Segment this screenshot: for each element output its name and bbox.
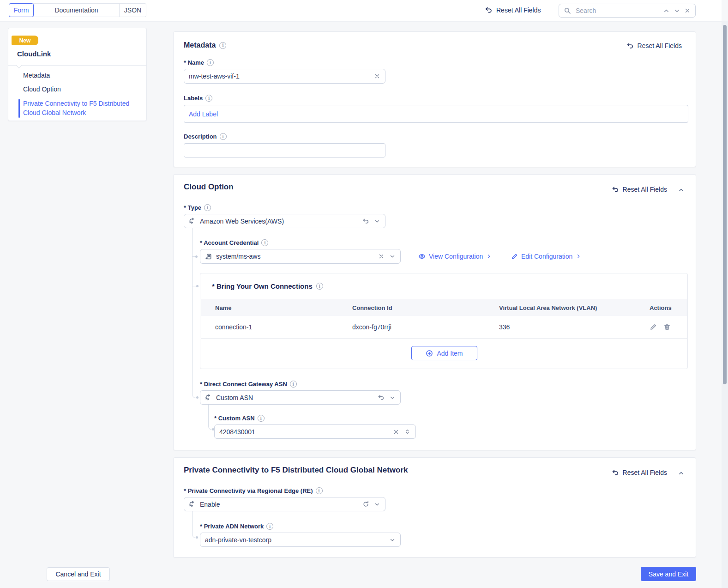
cell-connection-id: dxcon-fg70rrji bbox=[352, 323, 499, 331]
custom-asn-label: * Custom ASN bbox=[214, 415, 255, 422]
private-connectivity-reset-label: Reset All Fields bbox=[623, 469, 667, 476]
scrollbar-thumb[interactable] bbox=[723, 25, 727, 384]
tree-connector-dot bbox=[195, 255, 198, 258]
name-info-icon[interactable] bbox=[207, 59, 214, 66]
description-info-icon[interactable] bbox=[220, 133, 227, 140]
search-input[interactable] bbox=[575, 6, 655, 15]
custom-asn-info-icon[interactable] bbox=[258, 415, 265, 422]
description-label: Description bbox=[184, 133, 217, 140]
active-item-indicator bbox=[18, 99, 20, 118]
adn-network-label: * Private ADN Network bbox=[200, 523, 264, 530]
reset-all-fields-label: Reset All Fields bbox=[496, 6, 541, 14]
account-credential-label: * Account Credential bbox=[200, 239, 259, 246]
clear-icon[interactable] bbox=[378, 253, 385, 260]
dcg-asn-label: * Direct Connect Gateway ASN bbox=[200, 381, 287, 388]
refresh-icon[interactable] bbox=[362, 501, 369, 508]
edit-row-icon[interactable] bbox=[650, 323, 657, 331]
custom-asn-value: 4208430001 bbox=[219, 428, 255, 436]
description-label-row: Description bbox=[184, 133, 227, 140]
regional-edge-value: Enable bbox=[200, 501, 220, 508]
collapse-section-icon[interactable] bbox=[678, 187, 685, 194]
new-badge: New bbox=[12, 36, 38, 45]
name-label-row: * Name bbox=[184, 59, 214, 66]
top-bar: Form Documentation JSON Reset All Fields bbox=[0, 0, 722, 22]
custom-asn-field[interactable]: 4208430001 bbox=[214, 424, 416, 439]
cancel-and-exit-label: Cancel and Exit bbox=[55, 570, 101, 578]
labels-label: Labels bbox=[184, 95, 203, 102]
search-prev-icon[interactable] bbox=[663, 7, 670, 14]
chevron-down-icon[interactable] bbox=[374, 218, 380, 224]
type-label-row: * Type bbox=[184, 204, 211, 211]
sidebar-item-metadata[interactable]: Metadata bbox=[23, 72, 50, 79]
labels-info-icon[interactable] bbox=[205, 95, 212, 102]
undo-icon bbox=[626, 42, 634, 49]
column-header-actions: Actions bbox=[650, 304, 687, 311]
account-credential-select[interactable]: system/ms-aws bbox=[200, 249, 401, 264]
number-stepper-icon[interactable] bbox=[404, 428, 411, 435]
add-item-button[interactable]: Add Item bbox=[411, 346, 477, 360]
cloud-option-section: Cloud Option Reset All Fields * Type Ama… bbox=[173, 174, 696, 450]
private-connectivity-reset-fields[interactable]: Reset All Fields bbox=[612, 469, 667, 476]
dcg-asn-select[interactable]: Custom ASN bbox=[200, 390, 401, 405]
save-and-exit-button[interactable]: Save and Exit bbox=[641, 567, 696, 581]
chevron-right-icon bbox=[486, 254, 492, 259]
clear-icon[interactable] bbox=[393, 429, 399, 435]
account-credential-label-row: * Account Credential bbox=[200, 239, 268, 246]
search-next-icon[interactable] bbox=[674, 7, 680, 14]
metadata-info-icon[interactable] bbox=[219, 42, 226, 49]
private-connectivity-section: Private Connectivity to F5 Distributed C… bbox=[173, 457, 696, 558]
cancel-and-exit-button[interactable]: Cancel and Exit bbox=[47, 567, 110, 581]
tree-connector bbox=[192, 511, 197, 538]
search-close-icon[interactable] bbox=[684, 7, 691, 14]
reset-field-icon[interactable] bbox=[362, 218, 369, 224]
view-configuration-link[interactable]: View Configuration bbox=[418, 253, 492, 260]
name-label: * Name bbox=[184, 59, 204, 66]
column-header-vlan: Virtual Local Area Network (VLAN) bbox=[499, 304, 650, 311]
undo-icon bbox=[612, 186, 619, 193]
add-label-button[interactable]: Add Label bbox=[189, 110, 218, 118]
reset-field-icon[interactable] bbox=[378, 394, 385, 401]
type-select[interactable]: Amazon Web Services(AWS) bbox=[184, 214, 385, 228]
dcg-asn-info-icon[interactable] bbox=[290, 381, 297, 388]
clear-icon[interactable] bbox=[374, 73, 380, 79]
type-info-icon[interactable] bbox=[204, 204, 211, 211]
oneof-branch-icon bbox=[189, 218, 196, 224]
table-row: connection-1 dxcon-fg70rrji 336 bbox=[201, 316, 687, 339]
oneof-branch-icon bbox=[189, 501, 196, 508]
chevron-down-icon[interactable] bbox=[389, 394, 396, 401]
description-field[interactable] bbox=[184, 143, 385, 158]
tab-json[interactable]: JSON bbox=[120, 3, 146, 17]
sidebar-divider-notch bbox=[16, 61, 22, 68]
regional-edge-info-icon[interactable] bbox=[316, 487, 323, 494]
adn-network-info-icon[interactable] bbox=[266, 523, 273, 530]
sidebar-divider bbox=[8, 65, 146, 66]
metadata-title-row: Metadata bbox=[184, 41, 226, 49]
reset-all-fields-top[interactable]: Reset All Fields bbox=[485, 6, 541, 14]
sidebar-item-cloud-option[interactable]: Cloud Option bbox=[23, 85, 61, 93]
search-box bbox=[559, 4, 696, 18]
cloud-option-reset-fields[interactable]: Reset All Fields bbox=[612, 186, 667, 193]
labels-field[interactable]: Add Label bbox=[184, 105, 688, 123]
metadata-reset-fields[interactable]: Reset All Fields bbox=[626, 42, 682, 49]
byoc-info-icon[interactable] bbox=[316, 283, 323, 290]
chevron-down-icon[interactable] bbox=[389, 253, 396, 260]
chevron-down-icon[interactable] bbox=[374, 501, 380, 508]
delete-row-icon[interactable] bbox=[663, 323, 671, 331]
regional-edge-label: * Private Connectivity via Regional Edge… bbox=[184, 487, 313, 494]
adn-network-value: adn-private-vn-testcorp bbox=[205, 536, 271, 544]
tab-form[interactable]: Form bbox=[9, 3, 34, 17]
dcg-asn-value: Custom ASN bbox=[216, 394, 253, 401]
account-credential-info-icon[interactable] bbox=[261, 239, 268, 246]
private-connectivity-title-row: Private Connectivity to F5 Distributed C… bbox=[184, 466, 408, 475]
search-icon bbox=[564, 7, 571, 14]
tab-documentation[interactable]: Documentation bbox=[33, 3, 120, 17]
collapse-section-icon[interactable] bbox=[678, 470, 685, 477]
chevron-down-icon[interactable] bbox=[389, 537, 396, 543]
edit-configuration-link[interactable]: Edit Configuration bbox=[511, 253, 581, 260]
name-field[interactable]: mw-test-aws-vif-1 bbox=[184, 69, 385, 84]
sidebar-item-private-connectivity[interactable]: Private Connectivity to F5 Distributed C… bbox=[23, 99, 139, 117]
regional-edge-select[interactable]: Enable bbox=[184, 497, 385, 511]
sidebar-title: CloudLink bbox=[17, 50, 51, 58]
tree-connector-dot bbox=[196, 285, 199, 287]
adn-network-select[interactable]: adn-private-vn-testcorp bbox=[200, 533, 401, 547]
